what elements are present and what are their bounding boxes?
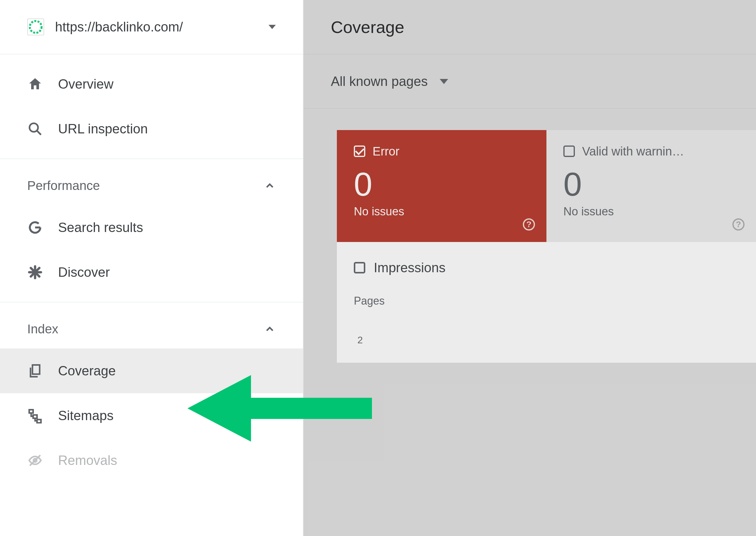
pages-chart-title: Pages [354,295,739,307]
filter-label: All known pages [331,74,428,89]
sidebar-item-label: Coverage [58,363,116,379]
sidebar-item-discover[interactable]: Discover [0,250,303,295]
sidebar-item-label: URL inspection [58,121,148,136]
card-valid-with-warnings[interactable]: Valid with warnin… 0 No issues ? [546,130,756,242]
page-title-bar: Coverage [304,0,756,54]
sidebar-item-search-results[interactable]: Search results [0,205,303,250]
card-error-sub: No issues [354,205,530,218]
home-icon [27,76,43,92]
sidebar-item-label: Removals [58,453,117,468]
svg-point-0 [30,21,42,33]
asterisk-icon [27,264,43,280]
property-url-label: https://backlinko.com/ [55,19,262,34]
svg-line-2 [37,131,41,135]
help-icon[interactable]: ? [523,218,535,230]
svg-rect-10 [37,419,41,423]
page-title: Coverage [331,17,404,37]
svg-rect-8 [29,410,33,413]
help-icon[interactable]: ? [733,218,744,230]
sidebar-section-performance: Performance Search results Discover [0,159,303,302]
caret-down-icon [269,25,276,29]
search-icon [27,121,43,137]
sidebar-item-label: Discover [58,265,110,280]
sidebar: https://backlinko.com/ Overview URL insp… [0,0,304,536]
card-warning-label: Valid with warnin… [582,145,684,158]
card-error-label: Error [373,145,400,158]
checkbox-icon[interactable] [354,262,365,273]
property-selector[interactable]: https://backlinko.com/ [0,0,303,54]
card-warning-value: 0 [563,168,739,201]
section-header-index[interactable]: Index [0,310,303,349]
section-title: Index [27,322,264,336]
svg-rect-9 [33,415,37,418]
pages-icon [27,363,43,379]
visibility-off-icon [27,452,43,468]
main-content: Coverage All known pages Error 0 No issu… [304,0,756,536]
sidebar-item-url-inspection[interactable]: URL inspection [0,107,303,151]
impressions-toggle-row[interactable]: Impressions [337,242,756,281]
checkbox-checked-icon[interactable] [354,146,365,157]
card-warning-header: Valid with warnin… [563,142,739,160]
sidebar-top-section: Overview URL inspection [0,54,303,159]
sidebar-item-label: Sitemaps [58,408,114,423]
sidebar-item-coverage[interactable]: Coverage [0,349,303,393]
chevron-up-icon [264,180,276,192]
sidebar-item-overview[interactable]: Overview [0,62,303,107]
checkbox-icon[interactable] [563,146,575,157]
card-error-header: Error [354,142,530,160]
google-g-icon [27,219,43,235]
chevron-up-icon [264,323,276,335]
y-axis-tick: 2 [354,335,739,346]
card-warning-sub: No issues [563,205,739,218]
sidebar-section-index: Index Coverage Sitemaps [0,302,303,490]
status-cards: Error 0 No issues ? Valid with warnin… 0… [304,109,756,242]
sitemap-icon [27,408,43,423]
card-error-value: 0 [354,168,530,201]
svg-point-1 [30,123,38,132]
section-header-performance[interactable]: Performance [0,166,303,205]
card-error[interactable]: Error 0 No issues ? [337,130,546,242]
svg-rect-7 [32,365,40,374]
sidebar-item-label: Search results [58,220,143,235]
section-title: Performance [27,179,264,193]
property-logo-icon [27,18,44,35]
sidebar-item-sitemaps[interactable]: Sitemaps [0,393,303,438]
pages-chart-section: Pages 2 [337,281,756,363]
impressions-label: Impressions [374,260,445,275]
caret-down-icon [440,79,448,84]
filter-dropdown[interactable]: All known pages [304,54,756,109]
sidebar-item-removals[interactable]: Removals [0,438,303,483]
sidebar-item-label: Overview [58,77,114,92]
